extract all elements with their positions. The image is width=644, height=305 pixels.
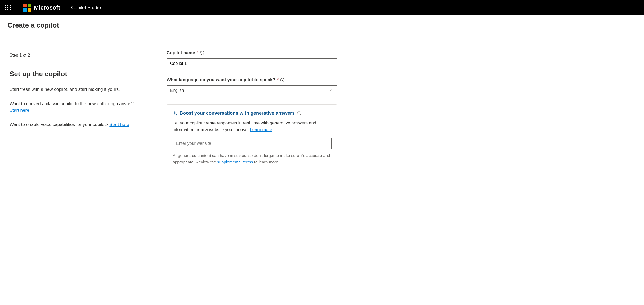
learn-more-link[interactable]: Learn more bbox=[250, 127, 272, 132]
convert-link[interactable]: Start here bbox=[10, 108, 29, 113]
info-icon[interactable] bbox=[297, 111, 301, 115]
boost-title-row: Boost your conversations with generative… bbox=[173, 110, 331, 116]
voice-prompt: Want to enable voice capabilities for yo… bbox=[10, 121, 146, 128]
voice-text: Want to enable voice capabilities for yo… bbox=[10, 122, 109, 127]
top-bar: Microsoft Copilot Studio bbox=[0, 0, 644, 15]
content-area: Step 1 of 2 Set up the copilot Start fre… bbox=[0, 35, 644, 303]
name-label-text: Copilot name bbox=[167, 50, 195, 56]
app-name[interactable]: Copilot Studio bbox=[71, 5, 101, 11]
microsoft-brand[interactable]: Microsoft bbox=[23, 4, 60, 12]
voice-link[interactable]: Start here bbox=[109, 122, 129, 127]
convert-period: . bbox=[29, 108, 31, 113]
boost-title-text: Boost your conversations with generative… bbox=[180, 110, 295, 116]
name-field-label: Copilot name * bbox=[167, 50, 335, 56]
language-field-label: What language do you want your copilot t… bbox=[167, 77, 335, 83]
ai-disclaimer: AI-generated content can have mistakes, … bbox=[173, 152, 331, 165]
chevron-down-icon bbox=[329, 88, 333, 93]
svg-point-5 bbox=[299, 112, 299, 112]
page-title: Create a copilot bbox=[7, 21, 637, 29]
brand-text: Microsoft bbox=[34, 4, 60, 11]
step-label: Step 1 of 2 bbox=[10, 53, 146, 58]
required-asterisk: * bbox=[277, 77, 279, 83]
name-field-group: Copilot name * bbox=[167, 50, 335, 69]
page-header: Create a copilot bbox=[0, 15, 644, 35]
convert-text: Want to convert a classic copilot to the… bbox=[10, 101, 134, 106]
copilot-name-input[interactable] bbox=[167, 58, 337, 69]
sparkle-icon bbox=[173, 111, 177, 116]
intro-text: Start fresh with a new copilot, and star… bbox=[10, 86, 146, 93]
language-select-wrap: English bbox=[167, 85, 337, 96]
left-pane: Step 1 of 2 Set up the copilot Start fre… bbox=[0, 35, 155, 303]
boost-description: Let your copilot create responses in rea… bbox=[173, 120, 331, 133]
language-select[interactable]: English bbox=[167, 85, 337, 96]
language-field-group: What language do you want your copilot t… bbox=[167, 77, 335, 96]
disclaimer-after: to learn more. bbox=[253, 160, 279, 164]
boost-desc-text: Let your copilot create responses in rea… bbox=[173, 120, 316, 132]
boost-card: Boost your conversations with generative… bbox=[167, 104, 337, 171]
language-value: English bbox=[170, 88, 184, 93]
info-icon[interactable] bbox=[280, 78, 285, 82]
app-launcher-icon[interactable] bbox=[4, 3, 12, 12]
svg-point-2 bbox=[282, 79, 283, 79]
required-asterisk: * bbox=[197, 50, 199, 56]
microsoft-logo-icon bbox=[23, 4, 31, 12]
shield-icon bbox=[200, 51, 205, 55]
right-pane: Copilot name * What language do you want… bbox=[155, 35, 346, 303]
setup-heading: Set up the copilot bbox=[10, 70, 146, 78]
language-label-text: What language do you want your copilot t… bbox=[167, 77, 275, 83]
website-input[interactable] bbox=[173, 138, 332, 149]
supplemental-terms-link[interactable]: supplemental terms bbox=[217, 160, 253, 164]
convert-prompt: Want to convert a classic copilot to the… bbox=[10, 100, 146, 114]
